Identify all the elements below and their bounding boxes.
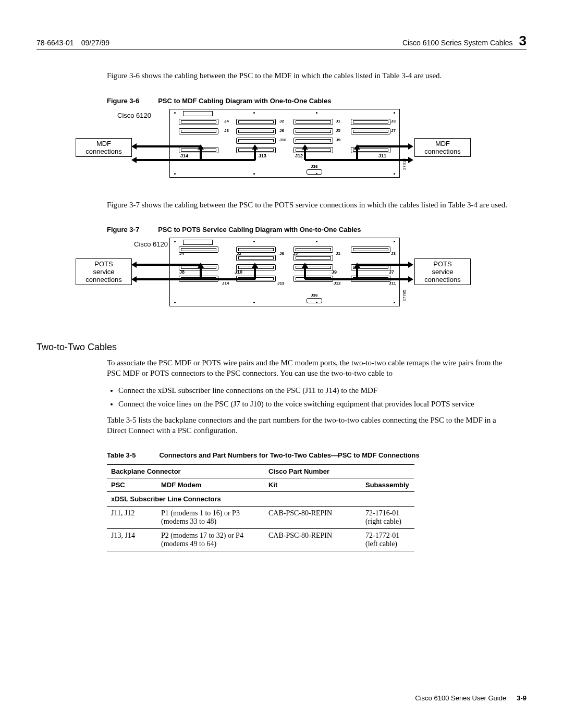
figure-3-7-caption: Figure 3-7 PSC to POTS Service Cabling D… [107,226,516,233]
list-item: Connect the voice lines on the PSC (J7 t… [118,399,516,410]
page-content: Figure 3-6 shows the cabling between the… [107,71,516,551]
table-3-5: Backplane Connector Cisco Part Number PS… [107,464,414,551]
intro-paragraph-1: Figure 3-6 shows the cabling between the… [107,71,516,81]
device-label: Cisco 6120 [134,240,168,249]
figure-label: Figure 3-6 [107,97,139,105]
col-header: Subassembly [361,478,414,492]
section-heading: Two-to-Two Cables [36,342,516,353]
figure-3-7-diagram: Cisco 6120 POTSserviceconnections POTSse… [107,238,516,316]
figure-title: PSC to MDF Cabling Diagram with One-to-O… [158,97,331,105]
section-para-1: To associate the PSC MDF or POTS wire pa… [107,358,516,378]
left-box: MDFconnections [76,138,132,157]
figure-title: PSC to POTS Service Cabling Diagram with… [158,226,361,233]
document-date: 09/27/99 [81,39,110,47]
table-section: xDSL Subscriber Line Connectors [107,492,414,507]
col-header: PSC [107,478,157,492]
page-number: 3-9 [517,694,527,702]
intro-paragraph-2: Figure 3-7 shows the cabling between the… [107,200,516,211]
col-header: Kit [264,478,361,492]
col-header: MDF Modem [157,478,264,492]
table-3-5-caption: Table 3-5 Connectors and Part Numbers fo… [107,451,516,459]
table-row: J13, J14 P2 (modems 17 to 32) or P4 (mod… [107,529,414,551]
bullet-list: Connect the xDSL subscriber line connect… [107,386,516,409]
table-label: Table 3-5 [107,451,136,459]
page-footer: Cisco 6100 Series User Guide 3-9 [415,694,527,702]
right-box: MDFconnections [414,138,471,157]
list-item: Connect the xDSL subscriber line connect… [118,386,516,396]
col-header: Cisco Part Number [264,465,414,478]
table-row: J11, J12 P1 (modems 1 to 16) or P3 (mode… [107,507,414,529]
figure-3-6-diagram: Cisco 6120 MDFconnections MDFconnections… [107,109,516,184]
section-para-2: Table 3-5 lists the backplane connectors… [107,415,516,436]
table-title: Connectors and Part Numbers for Two-to-T… [159,451,419,459]
chapter-number: 3 [519,34,527,47]
header-title: Cisco 6100 Series System Cables [402,39,513,47]
figure-label: Figure 3-7 [107,226,139,233]
right-box: POTSserviceconnections [414,258,471,285]
left-box: POTSserviceconnections [76,258,132,285]
figure-3-6-caption: Figure 3-6 PSC to MDF Cabling Diagram wi… [107,97,516,105]
figure-id: 27785 [402,290,407,301]
figure-id: 27318 [402,158,407,170]
document-id: 78-6643-01 [36,39,74,47]
col-header: Backplane Connector [107,465,264,478]
page-header: 78-6643-01 09/27/99 Cisco 6100 Series Sy… [36,34,527,50]
device-label: Cisco 6120 [117,112,151,120]
footer-title: Cisco 6100 Series User Guide [415,694,506,702]
